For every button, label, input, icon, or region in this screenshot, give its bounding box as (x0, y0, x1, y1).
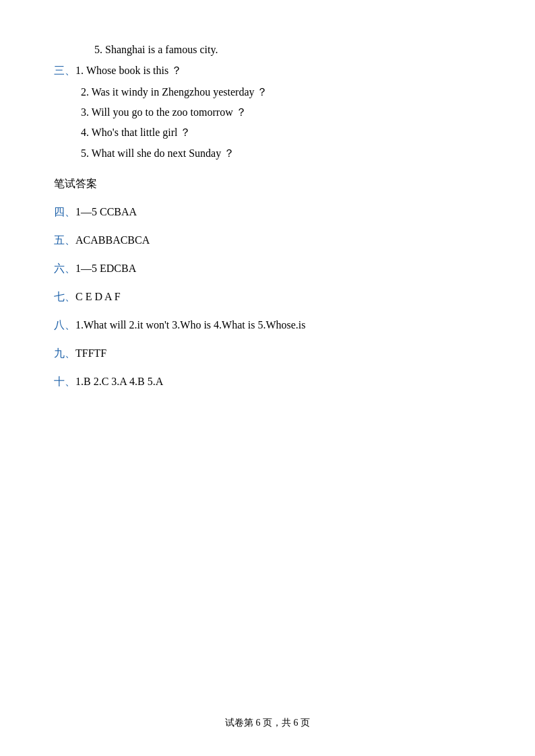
section-qi-line: 七、C E D A F (54, 286, 481, 308)
san-item-2: 2. Was it windy in Zhengzhou yesterday ？ (81, 82, 481, 102)
section-ba-line: 八、1.What will 2.it won't 3.Who is 4.What… (54, 314, 481, 336)
qi-content: C E D A F (75, 291, 121, 302)
section-ba: 八、1.What will 2.it won't 3.Who is 4.What… (54, 314, 481, 336)
shi-content: 1.B 2.C 3.A 4.B 5.A (75, 376, 163, 387)
qi-label: 七、 (54, 291, 75, 302)
si-content: 1—5 CCBAA (75, 206, 137, 217)
liu-label: 六、 (54, 263, 75, 274)
section-qi: 七、C E D A F (54, 286, 481, 308)
section-liu: 六、1—5 EDCBA (54, 258, 481, 279)
ba-label: 八、 (54, 319, 75, 331)
section-shi-line: 十、1.B 2.C 3.A 4.B 5.A (54, 371, 481, 392)
shi-label: 十、 (54, 376, 75, 387)
jiu-label: 九、 (54, 347, 75, 359)
si-label: 四、 (54, 206, 75, 217)
section-jiu-line: 九、TFFTF (54, 343, 481, 364)
section-liu-line: 六、1—5 EDCBA (54, 258, 481, 279)
san-item-5: 5. What will she do next Sunday ？ (81, 143, 481, 164)
section-san-header: 三、1. Whose book is this ？ (54, 61, 481, 81)
san-item-3: 3. Will you go to the zoo tomorrow ？ (81, 102, 481, 123)
san-item-1: 1. Whose book is this ？ (75, 65, 182, 76)
page-footer: 试卷第 6 页，共 6 页 (0, 717, 535, 729)
liu-content: 1—5 EDCBA (75, 263, 136, 274)
san-label: 三、 (54, 65, 75, 76)
san-item-4: 4. Who's that little girl ？ (81, 123, 481, 143)
section-wu-line: 五、ACABBACBCA (54, 230, 481, 251)
san-items-container: 2. Was it windy in Zhengzhou yesterday ？… (81, 82, 481, 164)
intro-line: 5. Shanghai is a famous city. (94, 40, 481, 60)
written-answers-label: 笔试答案 (54, 173, 481, 195)
wu-content: ACABBACBCA (75, 234, 150, 246)
ba-content: 1.What will 2.it won't 3.Who is 4.What i… (75, 319, 306, 331)
section-si-line: 四、1—5 CCBAA (54, 201, 481, 223)
section-shi: 十、1.B 2.C 3.A 4.B 5.A (54, 371, 481, 392)
section-si: 四、1—5 CCBAA (54, 201, 481, 223)
section-jiu: 九、TFFTF (54, 343, 481, 364)
section-san: 三、1. Whose book is this ？ 2. Was it wind… (54, 61, 481, 164)
section-wu: 五、ACABBACBCA (54, 230, 481, 251)
wu-label: 五、 (54, 234, 75, 246)
jiu-content: TFFTF (75, 347, 106, 359)
